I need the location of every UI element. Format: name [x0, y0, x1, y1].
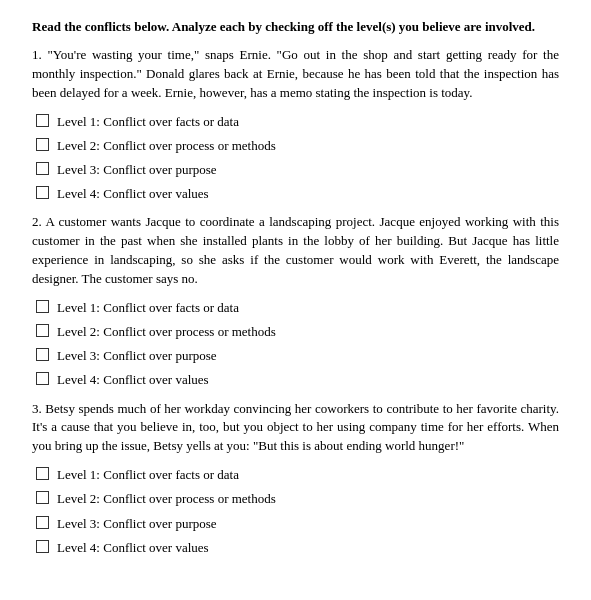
checkbox-scenario-1-level-4[interactable]: [36, 186, 49, 199]
level-label-1-3: Level 3: Conflict over purpose: [57, 161, 217, 179]
checkbox-scenario-2-level-4[interactable]: [36, 372, 49, 385]
scenario-2-levels: Level 1: Conflict over facts or dataLeve…: [36, 299, 559, 390]
level-label-3-3: Level 3: Conflict over purpose: [57, 515, 217, 533]
page-container: Read the conflicts below. Analyze each b…: [0, 0, 591, 585]
scenario-2-level-3[interactable]: Level 3: Conflict over purpose: [36, 347, 559, 365]
level-label-2-4: Level 4: Conflict over values: [57, 371, 209, 389]
scenario-3-level-3[interactable]: Level 3: Conflict over purpose: [36, 515, 559, 533]
scenario-2-level-4[interactable]: Level 4: Conflict over values: [36, 371, 559, 389]
scenario-1-level-1[interactable]: Level 1: Conflict over facts or data: [36, 113, 559, 131]
checkbox-scenario-3-level-1[interactable]: [36, 467, 49, 480]
scenario-3-text: 3. Betsy spends much of her workday conv…: [32, 400, 559, 457]
checkbox-scenario-2-level-1[interactable]: [36, 300, 49, 313]
scenario-3: 3. Betsy spends much of her workday conv…: [32, 400, 559, 557]
instructions-text: Read the conflicts below. Analyze each b…: [32, 18, 559, 36]
level-label-3-4: Level 4: Conflict over values: [57, 539, 209, 557]
level-label-2-2: Level 2: Conflict over process or method…: [57, 323, 276, 341]
level-label-3-1: Level 1: Conflict over facts or data: [57, 466, 239, 484]
checkbox-scenario-2-level-3[interactable]: [36, 348, 49, 361]
scenario-3-level-4[interactable]: Level 4: Conflict over values: [36, 539, 559, 557]
scenario-2-level-2[interactable]: Level 2: Conflict over process or method…: [36, 323, 559, 341]
scenario-1-level-3[interactable]: Level 3: Conflict over purpose: [36, 161, 559, 179]
level-label-3-2: Level 2: Conflict over process or method…: [57, 490, 276, 508]
checkbox-scenario-1-level-1[interactable]: [36, 114, 49, 127]
level-label-2-1: Level 1: Conflict over facts or data: [57, 299, 239, 317]
checkbox-scenario-1-level-2[interactable]: [36, 138, 49, 151]
level-label-2-3: Level 3: Conflict over purpose: [57, 347, 217, 365]
scenario-3-level-1[interactable]: Level 1: Conflict over facts or data: [36, 466, 559, 484]
scenario-1-level-2[interactable]: Level 2: Conflict over process or method…: [36, 137, 559, 155]
level-label-1-2: Level 2: Conflict over process or method…: [57, 137, 276, 155]
checkbox-scenario-2-level-2[interactable]: [36, 324, 49, 337]
scenarios-container: 1. "You're wasting your time," snaps Ern…: [32, 46, 559, 557]
scenario-2: 2. A customer wants Jacque to coordinate…: [32, 213, 559, 389]
scenario-1: 1. "You're wasting your time," snaps Ern…: [32, 46, 559, 203]
scenario-1-level-4[interactable]: Level 4: Conflict over values: [36, 185, 559, 203]
checkbox-scenario-1-level-3[interactable]: [36, 162, 49, 175]
scenario-1-text: 1. "You're wasting your time," snaps Ern…: [32, 46, 559, 103]
scenario-1-levels: Level 1: Conflict over facts or dataLeve…: [36, 113, 559, 204]
level-label-1-4: Level 4: Conflict over values: [57, 185, 209, 203]
checkbox-scenario-3-level-4[interactable]: [36, 540, 49, 553]
scenario-2-level-1[interactable]: Level 1: Conflict over facts or data: [36, 299, 559, 317]
checkbox-scenario-3-level-2[interactable]: [36, 491, 49, 504]
scenario-3-level-2[interactable]: Level 2: Conflict over process or method…: [36, 490, 559, 508]
scenario-2-text: 2. A customer wants Jacque to coordinate…: [32, 213, 559, 288]
scenario-3-levels: Level 1: Conflict over facts or dataLeve…: [36, 466, 559, 557]
level-label-1-1: Level 1: Conflict over facts or data: [57, 113, 239, 131]
checkbox-scenario-3-level-3[interactable]: [36, 516, 49, 529]
